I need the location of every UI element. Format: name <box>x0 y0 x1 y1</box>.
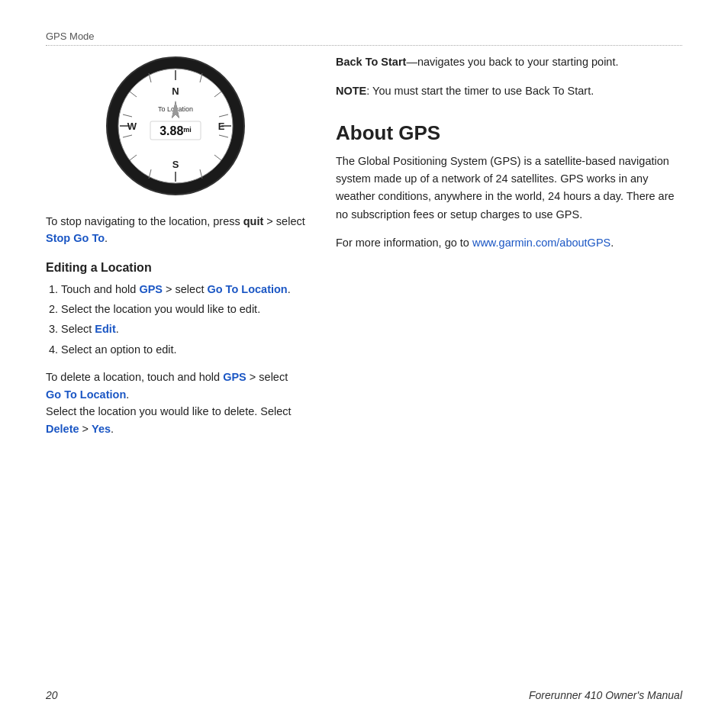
page: GPS Mode <box>0 0 728 728</box>
edit-link[interactable]: Edit <box>95 323 115 335</box>
about-gps-title: About GPS <box>336 121 682 145</box>
compass-svg: N S E W To Location 3.88mi <box>103 53 248 198</box>
editing-section-title: Editing a Location <box>46 261 305 275</box>
back-to-start-bold: Back To Start <box>336 56 406 68</box>
step-2: Select the location you would like to ed… <box>61 301 305 317</box>
delete-link[interactable]: Delete <box>46 423 79 435</box>
gps-mode-label: GPS Mode <box>46 31 682 46</box>
compass-container: N S E W To Location 3.88mi <box>46 53 305 198</box>
editing-steps-list: Touch and hold GPS > select Go To Locati… <box>61 281 305 359</box>
back-to-start-text: Back To Start—navigates you back to your… <box>336 53 682 70</box>
nav-text: To stop navigating to the location, pres… <box>46 214 305 247</box>
quit-link[interactable]: quit <box>243 215 264 227</box>
gps-link-1[interactable]: GPS <box>139 283 163 295</box>
gps-link-2[interactable]: GPS <box>223 371 246 383</box>
go-to-location-link-1[interactable]: Go To Location <box>207 283 287 295</box>
page-number: 20 <box>46 689 58 701</box>
right-column: Back To Start—navigates you back to your… <box>336 53 682 437</box>
svg-text:W: W <box>127 121 137 132</box>
go-to-location-link-2[interactable]: Go To Location <box>46 388 126 401</box>
back-to-start-body: —navigates you back to your starting poi… <box>406 56 618 68</box>
svg-text:N: N <box>172 85 179 97</box>
note-body: : You must start the timer to use Back T… <box>366 85 594 97</box>
stop-go-to-link[interactable]: Stop Go To <box>46 232 105 244</box>
manual-title: Forerunner 410 Owner's Manual <box>529 689 682 701</box>
about-gps-body: The Global Positioning System (GPS) is a… <box>336 153 682 224</box>
svg-text:S: S <box>172 159 179 170</box>
garmin-link[interactable]: www.garmin.com/aboutGPS <box>472 237 610 249</box>
note-text: NOTE: You must start the timer to use Ba… <box>336 82 682 99</box>
left-column: N S E W To Location 3.88mi <box>46 53 305 437</box>
step-1: Touch and hold GPS > select Go To Locati… <box>61 281 305 298</box>
page-footer: 20 Forerunner 410 Owner's Manual <box>46 689 682 701</box>
compass-display: N S E W To Location 3.88mi <box>103 53 248 198</box>
step-3: Select Edit. <box>61 321 305 337</box>
note-bold: NOTE <box>336 85 366 97</box>
content-area: N S E W To Location 3.88mi <box>46 53 682 437</box>
delete-text: To delete a location, touch and hold GPS… <box>46 369 305 437</box>
more-info-text: For more information, go to www.garmin.c… <box>336 234 682 252</box>
svg-text:E: E <box>218 121 225 132</box>
yes-link[interactable]: Yes <box>92 423 111 435</box>
step-4: Select an option to edit. <box>61 341 305 358</box>
